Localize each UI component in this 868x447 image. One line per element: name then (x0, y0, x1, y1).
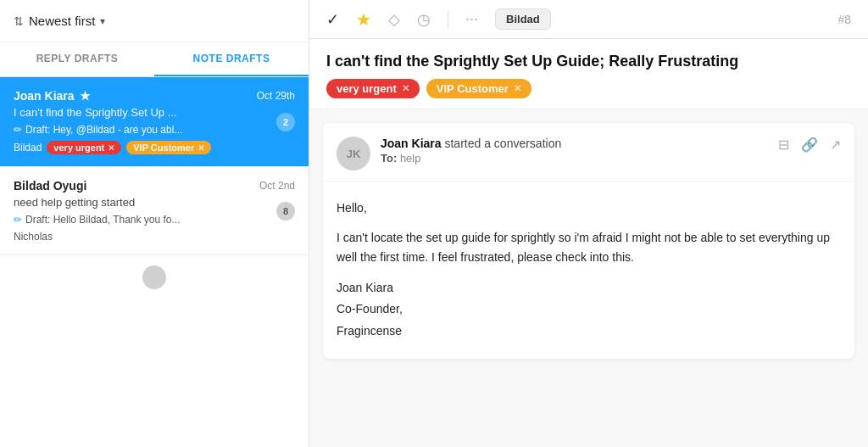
conv-draft: ✏ Draft: Hey, @Bildad - are you abl... (14, 124, 234, 136)
email-subject: I can't find the Sprightly Set Up Guide;… (326, 53, 851, 70)
star-icon: ★ (80, 89, 91, 103)
tabs: REPLY DRAFTS NOTE DRAFTS (0, 42, 309, 77)
email-card-header: JK Joan Kiara started a conversation To:… (323, 123, 854, 182)
email-tag-urgent: very urgent ✕ (326, 79, 420, 98)
draft-badge: 2 (276, 113, 295, 131)
assignee-button[interactable]: Bildad (495, 8, 551, 30)
pencil-icon: ✏ (14, 214, 22, 226)
close-icon[interactable]: ✕ (514, 83, 521, 94)
conversation-list: Joan Kiara ★ Oct 29th I can't find the S… (0, 77, 309, 447)
right-panel: ✓ ★ ◇ ◷ ··· Bildad #8 I can't find the S… (309, 0, 868, 447)
tab-note-drafts[interactable]: NOTE DRAFTS (154, 42, 309, 76)
sort-icon: ⇅ (14, 14, 24, 28)
conv-date: Oct 29th (257, 90, 295, 102)
conv-header: Joan Kiara ★ Oct 29th (14, 89, 295, 103)
tag-icon[interactable]: ◇ (388, 10, 400, 29)
link-icon[interactable]: 🔗 (801, 137, 818, 153)
conv-name: Joan Kiara ★ (14, 89, 91, 103)
email-card: JK Joan Kiara started a conversation To:… (323, 123, 854, 359)
left-panel: ⇅ Newest first ▾ REPLY DRAFTS NOTE DRAFT… (0, 0, 309, 447)
list-item[interactable]: Joan Kiara ★ Oct 29th I can't find the S… (0, 77, 309, 167)
clock-icon[interactable]: ◷ (417, 10, 431, 29)
star-icon[interactable]: ★ (356, 9, 371, 30)
email-header: I can't find the Sprightly Set Up Guide;… (309, 39, 868, 109)
scroll-indicator (0, 255, 309, 299)
sort-label: Newest first (29, 14, 95, 28)
tag-vip-customer: VIP Customer ✕ (126, 141, 211, 154)
toolbar-separator (448, 11, 448, 28)
sender-line: Joan Kiara started a conversation (381, 137, 561, 150)
email-body: Hello, I can't locate the set up guide f… (323, 182, 854, 359)
email-body-wrap: I can't find the Sprightly Set Up Guide;… (309, 39, 868, 447)
conv-footer: Bildad very urgent ✕ VIP Customer ✕ (14, 141, 295, 154)
list-item[interactable]: Bildad Oyugi Oct 2nd need help getting s… (0, 167, 309, 255)
conv-date: Oct 2nd (259, 180, 295, 192)
draft-badge: 8 (276, 202, 295, 221)
close-icon[interactable]: ✕ (402, 83, 409, 94)
email-card-actions: ⊟ 🔗 ↗ (778, 137, 841, 153)
more-icon[interactable]: ··· (465, 10, 478, 28)
scroll-dot (142, 265, 166, 289)
ticket-number: #8 (837, 13, 851, 26)
check-icon[interactable]: ✓ (326, 10, 339, 29)
print-icon[interactable]: ⊟ (778, 137, 789, 153)
email-tag-vip: VIP Customer ✕ (426, 79, 531, 98)
email-card-meta: Joan Kiara started a conversation To: he… (381, 137, 561, 165)
email-signature: Joan Kiara Co-Founder, Fragincense (337, 277, 841, 342)
email-to: To: help (381, 152, 561, 165)
pencil-icon: ✏ (14, 124, 22, 136)
email-card-left: JK Joan Kiara started a conversation To:… (337, 137, 561, 170)
tag-very-urgent: very urgent ✕ (47, 141, 121, 154)
conv-footer: Nicholas (14, 231, 295, 243)
conv-header: Bildad Oyugi Oct 2nd (14, 179, 295, 193)
email-greeting: Hello, (337, 198, 841, 218)
sort-chevron-icon: ▾ (100, 15, 105, 27)
conv-subject: I can't find the Sprightly Set Up ... (14, 106, 234, 119)
conv-assignee: Nicholas (14, 231, 53, 243)
email-tags: very urgent ✕ VIP Customer ✕ (326, 79, 851, 98)
conv-draft: ✏ Draft: Hello Bildad, Thank you fo... (14, 214, 234, 226)
conv-assignee: Bildad (14, 142, 42, 154)
tab-reply-drafts[interactable]: REPLY DRAFTS (0, 42, 154, 76)
conv-subject: need help getting started (14, 196, 234, 209)
conv-name: Bildad Oyugi (14, 179, 86, 193)
sort-bar[interactable]: ⇅ Newest first ▾ (0, 0, 309, 42)
avatar: JK (337, 137, 370, 170)
external-link-icon[interactable]: ↗ (830, 137, 841, 153)
email-paragraph: I can't locate the set up guide for spri… (337, 228, 841, 267)
toolbar: ✓ ★ ◇ ◷ ··· Bildad #8 (309, 0, 868, 39)
